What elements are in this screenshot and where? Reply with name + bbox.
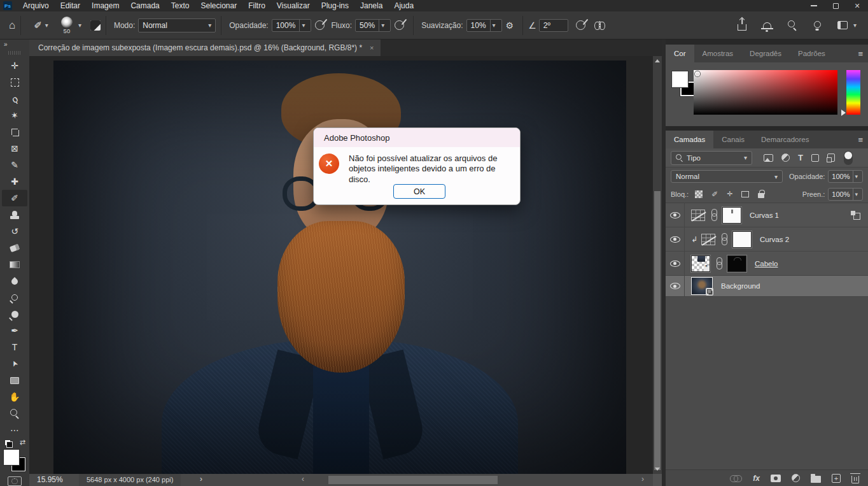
home-icon[interactable]: ⌂ [9,19,15,32]
layer-opacity-field[interactable]: 100% ▾ [828,170,863,183]
vertical-scrollbar[interactable] [653,56,662,474]
lock-all-icon[interactable] [758,193,764,198]
tool-healing-brush[interactable]: ✚ [2,173,27,190]
tool-zoom[interactable] [2,405,27,422]
toolbar-grip[interactable] [8,51,21,55]
curves-adjustment-icon[interactable] [691,210,705,221]
tool-rect-marquee[interactable] [2,74,27,90]
menu-ajuda[interactable]: Ajuda [388,0,419,11]
menu-editar[interactable]: Editar [55,0,86,11]
filter-type-icon[interactable]: T [798,153,803,162]
layer-visibility-toggle[interactable] [666,276,685,296]
filter-smart-object-icon[interactable] [827,154,835,162]
color-picker-ring-icon[interactable] [695,71,700,76]
layer-row-curvas-2[interactable]: ↲Curvas 2 [666,227,868,252]
lock-transparency-icon[interactable] [695,190,703,198]
tool-magic-wand[interactable]: ✶ [2,107,27,124]
hue-strip[interactable] [846,70,860,115]
mask-link-icon[interactable] [721,233,727,245]
symmetry-icon[interactable] [594,21,605,29]
tab-cor[interactable]: Cor [666,45,694,62]
menu-janela[interactable]: Janela [354,0,388,11]
tool-gradient[interactable] [2,256,27,273]
tool-eraser[interactable] [2,239,27,256]
layer-visibility-toggle[interactable] [666,203,685,227]
scroll-left-arrow-icon[interactable]: ‹ [302,475,304,483]
menu-imagem[interactable]: Imagem [86,0,125,11]
size-pressure-icon[interactable] [576,20,585,30]
layer-row-curvas-1[interactable]: Curvas 1 [666,203,868,227]
tab-amostras[interactable]: Amostras [694,45,742,62]
brush-preset-picker[interactable]: 50 [59,17,75,34]
tool-dodge[interactable] [2,289,27,306]
panel-menu-icon[interactable]: ≡ [853,45,868,62]
foreground-color-swatch[interactable] [4,450,19,465]
menu-visualizar[interactable]: Visualizar [271,0,316,11]
saturation-brightness-box[interactable] [694,70,837,115]
filter-toggle-switch[interactable] [844,151,853,165]
group-icon[interactable] [811,474,821,483]
smoothing-field[interactable]: 10% ▾ [466,19,502,32]
layer-name[interactable]: Curvas 2 [760,236,789,243]
link-icon[interactable] [730,475,742,481]
tab-close-icon[interactable]: × [370,44,374,52]
tool-history-brush[interactable]: ↺ [2,223,27,239]
tool-frame[interactable]: ⊠ [2,140,27,157]
layer-thumbnail[interactable] [691,255,710,272]
lock-artboard-icon[interactable] [741,191,749,197]
tab-demarcadores[interactable]: Demarcadores [753,131,817,148]
minimize-button[interactable] [803,0,825,11]
menu-texto[interactable]: Texto [165,0,195,11]
search-icon[interactable] [788,20,797,30]
toolbar-collapse[interactable]: » [0,39,29,50]
brush-settings-panel-toggle[interactable] [90,20,101,31]
discover-lightbulb-icon[interactable] [814,21,821,28]
lock-position-icon[interactable]: ✛ [727,190,732,198]
menu-camada[interactable]: Camada [125,0,165,11]
tool-ellipsis[interactable]: ⋯ [2,422,27,438]
menu-filtro[interactable]: Filtro [242,0,271,11]
tab-canais[interactable]: Canais [713,131,753,148]
filter-adjustment-icon[interactable] [781,154,790,162]
tab-camadas[interactable]: Camadas [666,131,713,148]
scroll-right-arrow-icon[interactable]: › [641,475,644,483]
ok-button[interactable]: OK [393,184,445,199]
horizontal-scrollbar-thumb[interactable] [328,476,498,484]
blend-mode-select[interactable]: Normal ▾ [138,18,216,32]
swap-colors-icon[interactable]: ⇄ [20,438,25,447]
airbrush-icon[interactable] [395,20,404,30]
status-chevron-icon[interactable]: › [200,475,202,483]
close-button[interactable]: ✕ [846,0,868,11]
menu-selecionar[interactable]: Selecionar [195,0,242,11]
layer-visibility-toggle[interactable] [666,227,685,251]
scroll-down-arrow-icon[interactable] [655,468,660,471]
tool-eyedropper[interactable]: ✎ [2,157,27,173]
quick-mask-icon[interactable] [8,476,22,486]
layer-row-cabelo[interactable]: Cabelo [666,252,868,276]
mask-link-icon[interactable] [716,257,722,269]
layer-name[interactable]: Curvas 1 [750,211,779,219]
tab-padr-es[interactable]: Padrões [790,45,834,62]
layer-mask-thumbnail[interactable] [732,231,752,248]
document-tab[interactable]: Correção de imagem subexposta (Imagem es… [29,39,381,56]
filter-shape-icon[interactable] [811,154,819,162]
zoom-percentage-field[interactable]: 15.95% [37,475,63,484]
delete-icon[interactable] [851,473,859,483]
share-icon[interactable] [738,24,746,31]
curves-adjustment-icon[interactable] [701,234,715,245]
tool-clone-stamp[interactable] [2,206,27,223]
layer-name[interactable]: Background [721,282,760,290]
layer-thumbnail[interactable] [691,277,713,295]
adjustment-icon[interactable] [792,474,800,482]
foreground-color-swatch[interactable] [672,71,688,87]
tool-rectangle[interactable] [2,372,27,389]
layer-mask-thumbnail[interactable] [722,207,741,224]
workspace-switcher[interactable]: ▾ [837,21,857,29]
canvas-pasteboard[interactable] [29,56,653,474]
tool-pen[interactable]: ✒ [2,322,27,339]
tool-crop[interactable] [2,124,27,140]
brush-angle-field[interactable]: 2º [539,19,568,32]
tool-hand[interactable]: ✋ [2,389,27,405]
fx-icon[interactable]: fx [753,474,760,483]
chevron-down-icon[interactable]: ▾ [78,22,81,29]
